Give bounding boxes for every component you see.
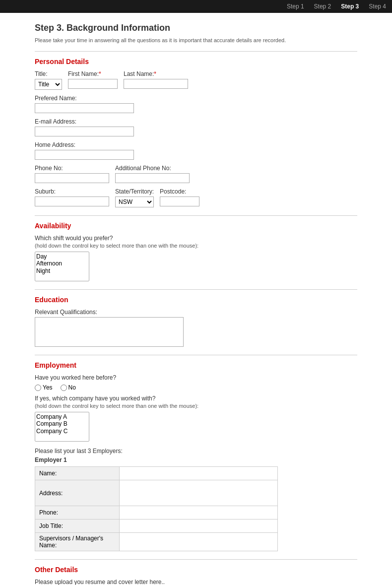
personal-details-title: Personal Details — [35, 58, 357, 65]
additional-phone-input[interactable] — [115, 173, 190, 183]
phone-cell-label: Phone: — [35, 506, 120, 520]
availability-title: Availability — [35, 222, 357, 230]
name-cell-input[interactable] — [120, 467, 278, 480]
company-hint: (hold down the control key to select mor… — [35, 403, 357, 409]
yes-radio-label[interactable]: Yes — [35, 384, 53, 391]
employer-job-title-input[interactable] — [124, 521, 273, 530]
employers-intro: Please list your last 3 Employers: — [35, 448, 357, 455]
suburb-input[interactable] — [35, 196, 109, 206]
state-label: State/Territory: — [115, 188, 154, 195]
employment-section: Employment Have you worked here before? … — [35, 361, 357, 551]
phone-label: Phone No: — [35, 165, 109, 172]
shift-hint: (hold down the control key to select mor… — [35, 243, 357, 249]
home-address-label: Home Address: — [35, 141, 357, 148]
additional-phone-label: Additional Phone No: — [115, 165, 190, 172]
postcode-label: Postcode: — [160, 188, 199, 195]
home-address-input[interactable] — [35, 150, 134, 160]
availability-section: Availability Which shift would you prefe… — [35, 222, 357, 281]
worked-before-radios: Yes No — [35, 384, 357, 391]
job-title-cell-input[interactable] — [120, 520, 278, 533]
step1-nav[interactable]: Step 1 — [287, 3, 304, 10]
page-subtitle: Please take your time in answering all t… — [35, 37, 357, 43]
top-navigation: Step 1 Step 2 Step 3 Step 4 — [0, 0, 392, 13]
phone-input[interactable] — [35, 173, 109, 183]
supervisor-cell-label: Supervisors / Manager's Name: — [35, 533, 120, 551]
phone-cell-input[interactable] — [120, 506, 278, 520]
qualifications-label: Relevant Qualifications: — [35, 309, 357, 316]
company-select[interactable]: Company A Company B Company C — [35, 412, 89, 442]
employer-supervisor-input[interactable] — [124, 537, 273, 546]
name-cell-label: Name: — [35, 467, 120, 480]
supervisor-cell-input[interactable] — [120, 533, 278, 551]
step4-nav[interactable]: Step 4 — [369, 3, 386, 10]
employer-address-input[interactable] — [124, 482, 273, 502]
worked-before-question: Have you worked here before? — [35, 374, 357, 381]
table-row: Job Title: — [35, 520, 278, 533]
title-select[interactable]: Title Mr Mrs Ms Dr — [35, 79, 62, 90]
education-section: Education Relevant Qualifications: — [35, 296, 357, 347]
table-row: Name: — [35, 467, 278, 480]
first-name-input[interactable] — [68, 79, 118, 89]
education-title: Education — [35, 296, 357, 304]
other-details-title: Other Details — [35, 566, 357, 574]
first-name-label: First Name:* — [68, 70, 118, 77]
step3-nav[interactable]: Step 3 — [341, 3, 359, 10]
email-input[interactable] — [35, 127, 134, 136]
suburb-label: Suburb: — [35, 188, 109, 195]
title-label: Title: — [35, 70, 62, 77]
page-title: Step 3. Background Information — [35, 23, 357, 33]
no-radio[interactable] — [61, 385, 67, 391]
shift-question: Which shift would you prefer? — [35, 235, 357, 242]
preferred-name-input[interactable] — [35, 103, 134, 113]
preferred-name-label: Prefered Name: — [35, 95, 357, 102]
last-name-input[interactable] — [124, 79, 188, 89]
qualifications-textarea[interactable] — [35, 317, 184, 347]
shift-select[interactable]: Day Afternoon Night — [35, 252, 89, 281]
employer1-label: Employer 1 — [35, 456, 357, 463]
postcode-input[interactable] — [160, 196, 199, 206]
yes-radio[interactable] — [35, 385, 41, 391]
last-name-label: Last Name:* — [124, 70, 188, 77]
address-cell-input[interactable] — [120, 480, 278, 506]
employer1-table: Name: Address: Phone: Job Title: Supervi… — [35, 466, 278, 551]
address-cell-label: Address: — [35, 480, 120, 506]
table-row: Supervisors / Manager's Name: — [35, 533, 278, 551]
table-row: Phone: — [35, 506, 278, 520]
employer-name-input[interactable] — [124, 469, 273, 478]
email-label: E-mail Address: — [35, 118, 357, 125]
personal-details-section: Personal Details Title: Title Mr Mrs Ms … — [35, 58, 357, 207]
job-title-cell-label: Job Title: — [35, 520, 120, 533]
employer-phone-input[interactable] — [124, 508, 203, 517]
table-row: Address: — [35, 480, 278, 506]
employment-title: Employment — [35, 361, 357, 369]
no-radio-label[interactable]: No — [61, 384, 76, 391]
step2-nav[interactable]: Step 2 — [314, 3, 331, 10]
other-details-section: Other Details Please upload you resume a… — [35, 566, 357, 585]
company-question: If yes, which company have you worked wi… — [35, 395, 357, 402]
state-select[interactable]: NSW VIC QLD SA WA TAS NT ACT — [115, 196, 154, 207]
upload-intro: Please upload you resume and cover lette… — [35, 579, 357, 585]
